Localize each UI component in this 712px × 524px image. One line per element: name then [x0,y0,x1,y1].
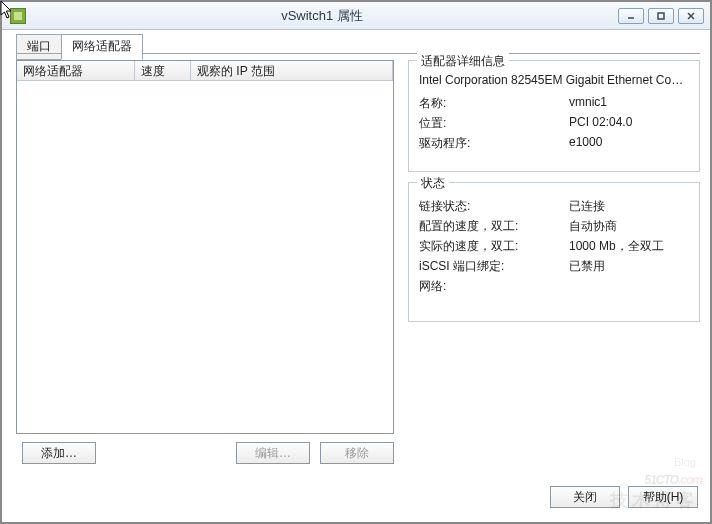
kv-name: 名称: vmnic1 [419,95,689,112]
remove-button[interactable]: 移除 [320,442,394,464]
list-header: 网络适配器 速度 观察的 IP 范围 [17,61,393,81]
group-adapter-details: 适配器详细信息 Intel Corporation 82545EM Gigabi… [408,60,700,172]
col-adapter[interactable]: 网络适配器 [17,61,135,80]
close-button[interactable] [678,8,704,24]
kv-link-status: 链接状态: 已连接 [419,198,689,215]
kv-link-status-value: 已连接 [569,198,605,215]
kv-configured-speed: 配置的速度，双工: 自动协商 [419,218,689,235]
edit-button[interactable]: 编辑… [236,442,310,464]
kv-driver-label: 驱动程序: [419,135,569,152]
kv-name-value: vmnic1 [569,95,607,112]
titlebar: vSwitch1 属性 [2,2,710,30]
kv-driver: 驱动程序: e1000 [419,135,689,152]
kv-configured-speed-value: 自动协商 [569,218,617,235]
kv-actual-speed-label: 实际的速度，双工: [419,238,569,255]
tab-ports[interactable]: 端口 [16,34,62,60]
group-status-legend: 状态 [417,175,449,192]
close-dialog-button[interactable]: 关闭 [550,486,620,508]
kv-location: 位置: PCI 02:04.0 [419,115,689,132]
col-speed[interactable]: 速度 [135,61,191,80]
window-buttons [618,8,704,24]
kv-driver-value: e1000 [569,135,602,152]
kv-location-value: PCI 02:04.0 [569,115,632,132]
minimize-button[interactable] [618,8,644,24]
list-buttons: 添加… 编辑… 移除 [16,438,394,468]
kv-link-status-label: 链接状态: [419,198,569,215]
kv-iscsi-value: 已禁用 [569,258,605,275]
svg-rect-1 [658,13,664,19]
kv-name-label: 名称: [419,95,569,112]
details-pane: 适配器详细信息 Intel Corporation 82545EM Gigabi… [408,60,700,468]
kv-network: 网络: [419,278,689,295]
adapter-list[interactable]: 网络适配器 速度 观察的 IP 范围 [16,60,394,434]
svg-marker-4 [1,1,11,18]
kv-actual-speed-value: 1000 Mb，全双工 [569,238,664,255]
kv-actual-speed: 实际的速度，双工: 1000 Mb，全双工 [419,238,689,255]
col-ip-range[interactable]: 观察的 IP 范围 [191,61,393,80]
kv-iscsi-label: iSCSI 端口绑定: [419,258,569,275]
kv-configured-speed-label: 配置的速度，双工: [419,218,569,235]
adapter-description: Intel Corporation 82545EM Gigabit Ethern… [419,73,689,87]
help-button[interactable]: 帮助(H) [628,486,698,508]
dialog-buttons: 关闭 帮助(H) [550,486,698,508]
kv-network-label: 网络: [419,278,569,295]
add-button[interactable]: 添加… [22,442,96,464]
tab-strip: 端口 网络适配器 [16,34,142,60]
content-area: 网络适配器 速度 观察的 IP 范围 添加… 编辑… 移除 适配器详细信息 In… [16,60,700,468]
kv-location-label: 位置: [419,115,569,132]
maximize-button[interactable] [648,8,674,24]
cursor-icon [0,0,14,20]
tab-network-adapters[interactable]: 网络适配器 [61,34,143,60]
group-status: 状态 链接状态: 已连接 配置的速度，双工: 自动协商 实际的速度，双工: 10… [408,182,700,322]
group-adapter-details-legend: 适配器详细信息 [417,53,509,70]
kv-iscsi: iSCSI 端口绑定: 已禁用 [419,258,689,275]
window-title: vSwitch1 属性 [26,7,618,25]
